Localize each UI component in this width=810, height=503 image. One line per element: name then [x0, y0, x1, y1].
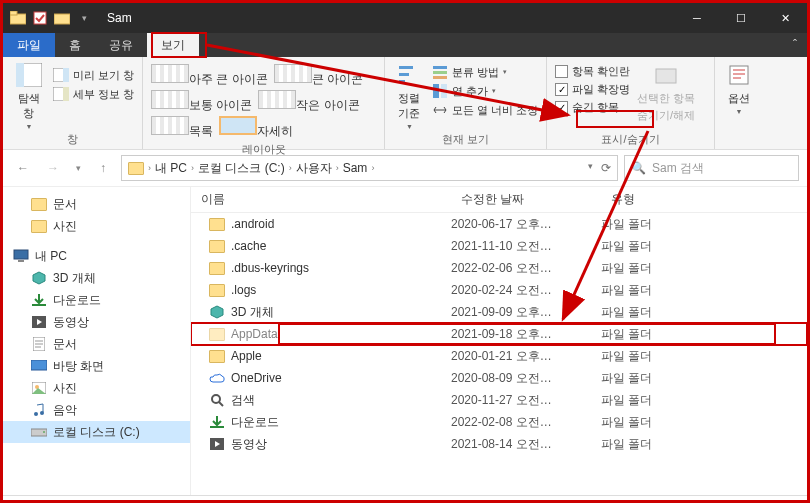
file-row[interactable]: 3D 개체2021-09-09 오후…파일 폴더: [191, 301, 807, 323]
details-pane-button[interactable]: 세부 정보 창: [53, 86, 134, 102]
tree-icon: [31, 218, 47, 234]
sort-button[interactable]: 정렬 기준 ▼: [393, 61, 426, 130]
file-row[interactable]: .dbus-keyrings2022-02-06 오전…파일 폴더: [191, 257, 807, 279]
maximize-button[interactable]: ☐: [719, 3, 763, 33]
tab-share[interactable]: 공유: [95, 33, 147, 57]
file-date: 2022-02-06 오전…: [451, 260, 601, 277]
file-row[interactable]: 검색2020-11-27 오전…파일 폴더: [191, 389, 807, 411]
file-row[interactable]: AppData2021-09-18 오후…파일 폴더: [191, 323, 807, 345]
item-checkboxes-toggle[interactable]: 항목 확인란: [555, 64, 630, 79]
svg-rect-10: [399, 66, 413, 69]
group-panes-label: 창: [11, 130, 134, 147]
up-button[interactable]: ↑: [91, 156, 115, 180]
file-date: 2021-11-10 오전…: [451, 238, 601, 255]
file-list[interactable]: .android2020-06-17 오후…파일 폴더.cache2021-11…: [191, 213, 807, 495]
tree-item[interactable]: 동영상: [3, 311, 190, 333]
tree-item[interactable]: 로컬 디스크 (C:): [3, 421, 190, 443]
search-box[interactable]: 🔍 Sam 검색: [624, 155, 799, 181]
layout-medium[interactable]: 보통 아이콘: [151, 90, 252, 114]
breadcrumb[interactable]: 사용자›: [296, 160, 339, 177]
file-extensions-toggle[interactable]: 파일 확장명: [555, 82, 630, 97]
svg-rect-18: [656, 69, 676, 83]
file-row[interactable]: 다운로드2022-02-08 오전…파일 폴더: [191, 411, 807, 433]
file-date: 2020-02-24 오전…: [451, 282, 601, 299]
folder-icon: [128, 160, 144, 176]
layout-large[interactable]: 큰 아이콘: [274, 64, 363, 88]
tree-item[interactable]: 음악: [3, 399, 190, 421]
breadcrumb[interactable]: Sam›: [343, 161, 375, 175]
column-headers[interactable]: 이름 수정한 날짜 유형: [191, 187, 807, 213]
layout-small[interactable]: 작은 아이콘: [258, 90, 359, 114]
svg-rect-13: [433, 66, 447, 69]
svg-rect-12: [399, 80, 405, 83]
file-row[interactable]: Apple2020-01-21 오후…파일 폴더: [191, 345, 807, 367]
file-name: .android: [231, 217, 274, 231]
add-columns-button[interactable]: 열 추가 ▾: [432, 83, 538, 99]
svg-rect-14: [433, 71, 447, 74]
svg-rect-7: [63, 68, 69, 82]
sizecol-icon: [432, 102, 448, 118]
recent-button[interactable]: ▾: [71, 156, 85, 180]
navigation-tree[interactable]: 문서사진내 PC3D 개체다운로드동영상문서바탕 화면사진음악로컬 디스크 (C…: [3, 187, 191, 495]
hidden-items-toggle[interactable]: 숨긴 항목: [555, 100, 630, 115]
back-button[interactable]: ←: [11, 156, 35, 180]
tab-home[interactable]: 홈: [55, 33, 95, 57]
file-row[interactable]: OneDrive2020-08-09 오전…파일 폴더: [191, 367, 807, 389]
tree-item[interactable]: 사진: [3, 377, 190, 399]
ribbon-collapse-icon[interactable]: ˆ: [783, 33, 807, 57]
file-name: 다운로드: [231, 414, 279, 431]
tab-file[interactable]: 파일: [3, 33, 55, 57]
group-by-button[interactable]: 분류 방법 ▾: [432, 64, 538, 80]
file-type: 파일 폴더: [601, 326, 807, 343]
qat-properties-icon[interactable]: [31, 9, 49, 27]
file-icon: [209, 326, 225, 342]
tree-item[interactable]: 문서: [3, 193, 190, 215]
forward-button[interactable]: →: [41, 156, 65, 180]
col-name[interactable]: 이름: [191, 191, 451, 208]
layout-extra-large[interactable]: 아주 큰 아이콘: [151, 64, 268, 88]
address-dropdown-icon[interactable]: ▾: [588, 161, 593, 175]
tree-item[interactable]: 내 PC: [3, 245, 190, 267]
tab-view[interactable]: 보기: [147, 33, 199, 57]
tree-icon: [31, 196, 47, 212]
options-button[interactable]: 옵션 ▼: [723, 61, 755, 115]
qat-folder-icon[interactable]: [53, 9, 71, 27]
tree-label: 문서: [53, 196, 77, 213]
tree-item[interactable]: 바탕 화면: [3, 355, 190, 377]
svg-rect-19: [730, 66, 748, 84]
file-row[interactable]: .logs2020-02-24 오전…파일 폴더: [191, 279, 807, 301]
col-modified[interactable]: 수정한 날짜: [451, 191, 601, 208]
file-row[interactable]: 동영상2021-08-14 오전…파일 폴더: [191, 433, 807, 455]
file-icon: [209, 260, 225, 276]
tree-icon: [31, 402, 47, 418]
layout-list[interactable]: 목록: [151, 116, 213, 140]
size-columns-button[interactable]: 모든 열 너비 조정: [432, 102, 538, 118]
file-type: 파일 폴더: [601, 348, 807, 365]
breadcrumb[interactable]: 내 PC›: [155, 160, 194, 177]
tree-item[interactable]: 문서: [3, 333, 190, 355]
layout-details[interactable]: 자세히: [219, 116, 293, 140]
tree-item[interactable]: 사진: [3, 215, 190, 237]
file-date: 2020-01-21 오후…: [451, 348, 601, 365]
preview-pane-button[interactable]: 미리 보기 창: [53, 67, 134, 83]
tree-item[interactable]: 다운로드: [3, 289, 190, 311]
file-type: 파일 폴더: [601, 370, 807, 387]
breadcrumb[interactable]: 로컬 디스크 (C:)›: [198, 160, 292, 177]
ribbon-tabs: 파일 홈 공유 보기 ˆ: [3, 33, 807, 57]
col-type[interactable]: 유형: [601, 191, 807, 208]
group-currentview-label: 현재 보기: [393, 130, 538, 147]
tree-label: 사진: [53, 380, 77, 397]
minimize-button[interactable]: ─: [675, 3, 719, 33]
qat-dropdown-icon[interactable]: ▾: [75, 9, 93, 27]
file-icon: [209, 282, 225, 298]
svg-point-29: [40, 411, 44, 415]
file-row[interactable]: .android2020-06-17 오후…파일 폴더: [191, 213, 807, 235]
tree-item[interactable]: 3D 개체: [3, 267, 190, 289]
file-row[interactable]: .cache2021-11-10 오전…파일 폴더: [191, 235, 807, 257]
hide-selected-button[interactable]: 선택한 항목 숨기기/해제: [636, 61, 696, 123]
navigation-pane-button[interactable]: 탐색 창 ▼: [11, 61, 47, 130]
close-button[interactable]: ✕: [763, 3, 807, 33]
address-bar[interactable]: › 내 PC› 로컬 디스크 (C:)› 사용자› Sam› ▾ ⟳: [121, 155, 618, 181]
refresh-icon[interactable]: ⟳: [601, 161, 611, 175]
file-type: 파일 폴더: [601, 436, 807, 453]
